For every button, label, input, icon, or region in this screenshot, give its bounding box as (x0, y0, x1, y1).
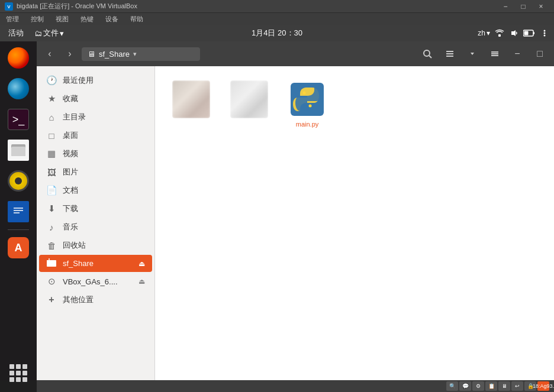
panel-volume-icon[interactable] (509, 28, 518, 38)
fm-minimize-button[interactable]: − (508, 44, 527, 63)
vbox-menu-manage[interactable]: 管理 (2, 15, 22, 24)
vbox-restore-button[interactable]: □ (515, 1, 532, 12)
sidebar-item-desktop[interactable]: □ 桌面 (39, 127, 152, 144)
sidebar-item-downloads[interactable]: ⬇ 下载 (39, 200, 152, 218)
blurred-thumbnail-1 (172, 80, 210, 118)
fm-view-dropdown-button[interactable] (463, 44, 482, 63)
panel-datetime[interactable]: 1月4日 20：30 (252, 28, 302, 38)
sidebar-item-documents[interactable]: 📄 文档 (39, 182, 152, 199)
firefox-icon (8, 47, 29, 69)
fm-forward-button[interactable]: › (62, 46, 78, 62)
dock-appstore[interactable]: A (4, 234, 33, 262)
vbox-logo-icon: V (5, 2, 13, 11)
ubuntu-statusbar: 🔍 💬 ⚙ 📋 🖥 ↩ 🔒 18:Ag93. (0, 380, 554, 392)
panel-system-menu[interactable] (540, 28, 549, 38)
vbox-close-button[interactable]: × (533, 1, 549, 12)
panel-app-menu[interactable]: 🗂 文件 ▾ (32, 28, 66, 38)
vbox-menubar: 管理 控制 视图 热键 设备 帮助 (0, 13, 554, 25)
fm-search-button[interactable] (418, 44, 437, 63)
svg-rect-25 (491, 51, 498, 53)
fm-body: 🕐 最近使用 ★ 收藏 ⌂ 主目录 □ 桌面 (37, 66, 554, 380)
desktop-icon: □ (46, 131, 57, 141)
panel-activities-button[interactable]: 活动 (5, 28, 27, 38)
sidebar-label-music: 音乐 (63, 222, 145, 232)
sidebar-label-trash: 回收站 (63, 240, 145, 251)
status-icon-3[interactable]: ⚙ (472, 381, 484, 391)
sidebar-label-documents: 文档 (63, 185, 145, 196)
status-icon-4[interactable]: 📋 (485, 381, 497, 391)
sidebar-item-music[interactable]: ♪ 音乐 (39, 218, 152, 236)
status-text: 18:Ag93. (533, 383, 554, 389)
vbox-menu-help[interactable]: 帮助 (127, 15, 147, 24)
ubuntu-top-panel: 活动 🗂 文件 ▾ 1月4日 20：30 zh ▾ (0, 25, 554, 41)
dock-rhythmbox[interactable] (4, 167, 33, 195)
pictures-icon: 🖼 (46, 167, 57, 177)
sidebar-label-home: 主目录 (63, 112, 145, 122)
file-item-2[interactable] (223, 76, 276, 135)
files-icon (8, 140, 29, 161)
sidebar-item-sf-share[interactable]: sf_Share ⏏ (39, 255, 152, 272)
view-list-icon (445, 49, 455, 59)
dock-firefox[interactable] (4, 44, 33, 72)
dock-app-grid[interactable] (4, 359, 33, 387)
svg-text:A: A (15, 242, 22, 254)
sidebar-label-downloads: 下载 (63, 203, 145, 214)
dock-writer[interactable] (4, 197, 33, 226)
vbox-menu-control[interactable]: 控制 (27, 15, 47, 24)
vbox-menu-hotkeys[interactable]: 热键 (77, 15, 97, 24)
vbox-gas-eject-button[interactable]: ⏏ (138, 277, 145, 286)
sidebar-item-vbox-gas[interactable]: ⊙ VBox_GAs_6.... ⏏ (39, 273, 152, 290)
hamburger-icon (490, 49, 500, 59)
dock-terminal[interactable]: >_ (4, 105, 33, 134)
appstore-icon: A (8, 237, 29, 258)
fm-location-name: sf_Share (99, 50, 130, 59)
network-icon (495, 28, 504, 38)
fm-view-list-button[interactable] (440, 44, 459, 63)
svg-rect-22 (446, 53, 453, 54)
vbox-menu-view[interactable]: 视图 (52, 15, 72, 24)
panel-network-icon[interactable] (495, 28, 504, 38)
sidebar-label-recent: 最近使用 (63, 75, 145, 86)
panel-lang-arrow: ▾ (487, 29, 490, 37)
panel-app-menu-arrow: ▾ (60, 29, 64, 38)
sidebar-item-other-locations[interactable]: + 其他位置 (39, 291, 152, 309)
dock-thunderbird[interactable] (4, 74, 33, 103)
dock-files[interactable] (4, 136, 33, 164)
vbox-gas-icon: ⊙ (46, 276, 57, 287)
sidebar-item-home[interactable]: ⌂ 主目录 (39, 108, 152, 126)
fm-maximize-button[interactable]: □ (530, 44, 549, 63)
writer-icon (8, 201, 29, 222)
panel-battery-icon[interactable] (523, 30, 535, 37)
panel-language-indicator[interactable]: zh ▾ (478, 29, 490, 37)
sidebar-item-videos[interactable]: ▦ 视频 (39, 145, 152, 163)
status-icon-6[interactable]: ↩ (511, 381, 523, 391)
file-item-1[interactable] (165, 76, 218, 135)
fm-location-bar[interactable]: 🖥 sf_Share ▾ (82, 47, 200, 61)
sidebar-item-pictures[interactable]: 🖼 图片 (39, 163, 152, 181)
status-icon-5[interactable]: 🖥 (498, 381, 510, 391)
status-icon-2[interactable]: 💬 (459, 381, 471, 391)
status-icon-8[interactable]: 18:Ag93. (537, 381, 549, 391)
python-icon (291, 83, 324, 116)
fm-menu-button[interactable] (485, 44, 504, 63)
svg-rect-12 (11, 147, 25, 156)
sf-share-eject-button[interactable]: ⏏ (138, 260, 145, 268)
vbox-title-text: bigdata [正在运行] - Oracle VM VirtualBox (17, 2, 137, 11)
file-item-main-py[interactable]: main.py (281, 76, 334, 135)
vbox-minimize-button[interactable]: − (497, 1, 514, 12)
vbox-menu-devices[interactable]: 设备 (102, 15, 122, 24)
svg-point-7 (544, 30, 546, 32)
recent-icon: 🕐 (46, 75, 57, 86)
system-menu-icon (540, 28, 549, 38)
fm-back-button[interactable]: ‹ (41, 46, 58, 62)
blurred-thumbnail-2 (230, 80, 268, 118)
svg-point-8 (544, 33, 546, 34)
sidebar-item-trash[interactable]: 🗑 回收站 (39, 237, 152, 254)
sidebar-item-recent[interactable]: 🕐 最近使用 (39, 72, 152, 89)
sidebar-label-desktop: 桌面 (63, 130, 145, 141)
sidebar-item-favorites[interactable]: ★ 收藏 (39, 90, 152, 108)
file-name-python: main.py (296, 121, 319, 128)
documents-icon: 📄 (46, 185, 57, 196)
status-icon-1[interactable]: 🔍 (446, 381, 458, 391)
sidebar-label-other-locations: 其他位置 (63, 294, 145, 305)
